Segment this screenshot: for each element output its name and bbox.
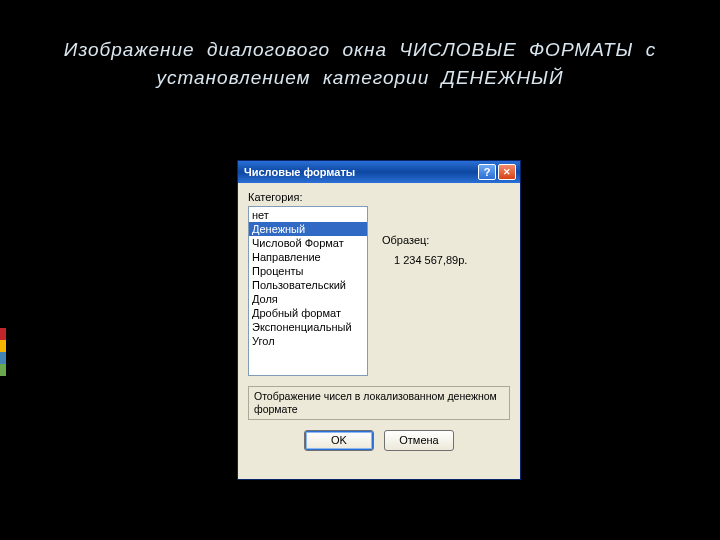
number-formats-dialog: Числовые форматы Категория: нетДенежныйЧ…: [237, 160, 521, 480]
category-item[interactable]: Доля: [249, 292, 367, 306]
sample-value: 1 234 567,89р.: [394, 254, 510, 266]
cancel-button[interactable]: Отмена: [384, 430, 454, 451]
category-item[interactable]: Пользовательский: [249, 278, 367, 292]
dialog-title: Числовые форматы: [244, 166, 476, 178]
sample-label: Образец:: [382, 234, 510, 246]
description-box: Отображение чисел в локализованном денеж…: [248, 386, 510, 420]
slide-accent-bar: [0, 328, 6, 376]
category-item[interactable]: Проценты: [249, 264, 367, 278]
slide-caption: Изображение диалогового окна ЧИСЛОВЫЕ ФО…: [0, 0, 720, 91]
category-item[interactable]: Направление: [249, 250, 367, 264]
help-icon[interactable]: [478, 164, 496, 180]
description-text: Отображение чисел в локализованном денеж…: [254, 390, 497, 415]
category-item[interactable]: Дробный формат: [249, 306, 367, 320]
category-label: Категория:: [248, 191, 510, 203]
sample-area: Образец: 1 234 567,89р.: [382, 206, 510, 376]
ok-button[interactable]: OK: [304, 430, 374, 451]
category-item[interactable]: Числовой Формат: [249, 236, 367, 250]
category-item[interactable]: Денежный: [249, 222, 367, 236]
dialog-titlebar[interactable]: Числовые форматы: [238, 161, 520, 183]
category-item[interactable]: Экспоненциальный: [249, 320, 367, 334]
caption-line-1: Изображение диалогового окна ЧИСЛОВЫЕ ФО…: [64, 39, 656, 60]
category-listbox[interactable]: нетДенежныйЧисловой ФорматНаправлениеПро…: [248, 206, 368, 376]
dialog-body: Категория: нетДенежныйЧисловой ФорматНап…: [238, 183, 520, 457]
close-icon[interactable]: [498, 164, 516, 180]
caption-line-2: установлением категории ДЕНЕЖНЫЙ: [156, 67, 563, 88]
category-item[interactable]: нет: [249, 208, 367, 222]
category-item[interactable]: Угол: [249, 334, 367, 348]
dialog-button-row: OK Отмена: [248, 430, 510, 451]
